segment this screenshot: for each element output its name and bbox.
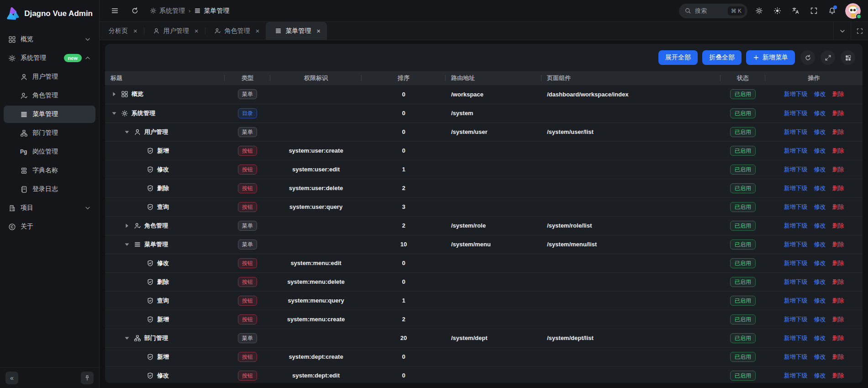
tab-close-icon[interactable]: × (256, 27, 260, 35)
edit-link[interactable]: 修改 (814, 241, 826, 248)
column-header-页面组件[interactable]: 页面组件 (542, 71, 721, 85)
refresh-page-button[interactable] (128, 4, 142, 18)
add-child-link[interactable]: 新增下级 (784, 335, 808, 341)
add-child-link[interactable]: 新增下级 (784, 128, 808, 135)
tab-菜单管理[interactable]: 菜单管理× (266, 22, 327, 40)
edit-link[interactable]: 修改 (814, 185, 826, 191)
notifications-button[interactable] (825, 4, 839, 18)
edit-link[interactable]: 修改 (814, 147, 826, 154)
collapse-all-button[interactable]: 折叠全部 (702, 50, 742, 65)
add-child-link[interactable]: 新增下级 (784, 166, 808, 173)
tab-用户管理[interactable]: 用户管理× (144, 22, 205, 40)
sidebar-pin-button[interactable] (81, 372, 94, 384)
add-child-link[interactable]: 新增下级 (784, 316, 808, 323)
add-menu-button[interactable]: 新增菜单 (746, 50, 795, 65)
settings-button[interactable] (752, 4, 766, 18)
edit-link[interactable]: 修改 (814, 353, 826, 360)
sidebar-item-概览[interactable]: 概览 (4, 31, 95, 48)
sidebar-item-关于[interactable]: 关于 (4, 218, 95, 235)
add-child-link[interactable]: 新增下级 (784, 110, 808, 117)
delete-link[interactable]: 删除 (832, 316, 844, 323)
tabs-maximize-button[interactable] (851, 22, 868, 40)
table-refresh-button[interactable] (800, 50, 815, 65)
tab-close-icon[interactable]: × (316, 27, 321, 35)
edit-link[interactable]: 修改 (814, 166, 826, 173)
column-header-权限标识[interactable]: 权限标识 (270, 71, 362, 85)
delete-link[interactable]: 删除 (832, 185, 844, 191)
edit-link[interactable]: 修改 (814, 128, 826, 135)
tab-close-icon[interactable]: × (133, 27, 137, 35)
add-child-link[interactable]: 新增下级 (784, 297, 808, 304)
sidebar-item-菜单管理[interactable]: 菜单管理 (4, 106, 95, 123)
avatar[interactable] (845, 3, 861, 19)
add-child-link[interactable]: 新增下级 (784, 241, 808, 248)
delete-link[interactable]: 删除 (832, 90, 844, 97)
edit-link[interactable]: 修改 (814, 297, 826, 304)
caret-right-icon[interactable] (123, 222, 131, 229)
delete-link[interactable]: 删除 (832, 353, 844, 360)
caret-down-icon[interactable] (123, 128, 131, 136)
column-header-操作[interactable]: 操作 (765, 71, 863, 85)
add-child-link[interactable]: 新增下级 (784, 278, 808, 285)
delete-link[interactable]: 删除 (832, 260, 844, 266)
sidebar-toggle-button[interactable] (108, 4, 121, 18)
edit-link[interactable]: 修改 (814, 260, 826, 266)
sidebar-item-角色管理[interactable]: 角色管理 (4, 87, 95, 104)
edit-link[interactable]: 修改 (814, 372, 826, 379)
tab-分析页[interactable]: 分析页× (100, 22, 144, 40)
sidebar-item-系统管理[interactable]: 系统管理new (4, 49, 95, 67)
add-child-link[interactable]: 新增下级 (784, 203, 808, 210)
column-header-标题[interactable]: 标题 (105, 71, 225, 85)
delete-link[interactable]: 删除 (832, 110, 844, 117)
sidebar-item-用户管理[interactable]: 用户管理 (4, 68, 95, 85)
delete-link[interactable]: 删除 (832, 278, 844, 285)
edit-link[interactable]: 修改 (814, 278, 826, 285)
edit-link[interactable]: 修改 (814, 110, 826, 117)
sidebar-item-部门管理[interactable]: 部门管理 (4, 124, 95, 142)
breadcrumb-item[interactable]: 系统管理 (150, 7, 185, 15)
add-child-link[interactable]: 新增下级 (784, 372, 808, 379)
add-child-link[interactable]: 新增下级 (784, 353, 808, 360)
logo[interactable]: Djagno Vue Admin (0, 0, 99, 26)
theme-toggle-button[interactable] (770, 4, 784, 18)
expand-all-button[interactable]: 展开全部 (658, 50, 698, 65)
add-child-link[interactable]: 新增下级 (784, 90, 808, 97)
tab-角色管理[interactable]: 角色管理× (205, 22, 266, 40)
add-child-link[interactable]: 新增下级 (784, 185, 808, 191)
column-header-类型[interactable]: 类型 (225, 71, 270, 85)
tab-close-icon[interactable]: × (195, 27, 199, 35)
add-child-link[interactable]: 新增下级 (784, 222, 808, 229)
sidebar-item-岗位管理[interactable]: Pg岗位管理 (4, 143, 95, 160)
edit-link[interactable]: 修改 (814, 222, 826, 229)
sidebar-item-登录日志[interactable]: 登录日志 (4, 181, 95, 198)
caret-down-icon[interactable] (110, 110, 118, 117)
sidebar-collapse-button[interactable]: « (5, 372, 18, 384)
delete-link[interactable]: 删除 (832, 147, 844, 154)
delete-link[interactable]: 删除 (832, 203, 844, 210)
caret-down-icon[interactable] (123, 241, 131, 248)
delete-link[interactable]: 删除 (832, 335, 844, 341)
fullscreen-button[interactable] (807, 4, 821, 18)
edit-link[interactable]: 修改 (814, 203, 826, 210)
table-columns-button[interactable] (841, 50, 855, 65)
breadcrumb-item[interactable]: 菜单管理 (194, 7, 229, 15)
caret-right-icon[interactable] (110, 90, 118, 98)
edit-link[interactable]: 修改 (814, 316, 826, 323)
edit-link[interactable]: 修改 (814, 90, 826, 97)
column-header-状态[interactable]: 状态 (721, 71, 765, 85)
delete-link[interactable]: 删除 (832, 297, 844, 304)
sidebar-item-项目[interactable]: 项目 (4, 199, 95, 217)
sidebar-item-字典名称[interactable]: 字典名称 (4, 162, 95, 179)
delete-link[interactable]: 删除 (832, 222, 844, 229)
edit-link[interactable]: 修改 (814, 335, 826, 341)
delete-link[interactable]: 删除 (832, 372, 844, 379)
table-fullscreen-button[interactable] (821, 50, 835, 65)
tabs-dropdown-button[interactable] (833, 22, 851, 40)
delete-link[interactable]: 删除 (832, 166, 844, 173)
delete-link[interactable]: 删除 (832, 241, 844, 248)
add-child-link[interactable]: 新增下级 (784, 147, 808, 154)
delete-link[interactable]: 删除 (832, 128, 844, 135)
language-button[interactable] (789, 4, 802, 18)
column-header-排序[interactable]: 排序 (362, 71, 446, 85)
add-child-link[interactable]: 新增下级 (784, 260, 808, 266)
